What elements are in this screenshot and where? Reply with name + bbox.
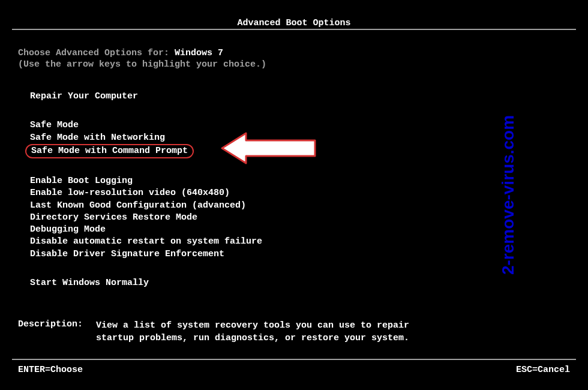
menu-item-low-res-video[interactable]: Enable low-resolution video (640x480) bbox=[30, 187, 230, 199]
menu-item-start-normally[interactable]: Start Windows Normally bbox=[30, 277, 149, 289]
bottom-divider bbox=[12, 359, 576, 360]
menu-item-disable-auto-restart[interactable]: Disable automatic restart on system fail… bbox=[30, 236, 262, 248]
menu-group-repair: Repair Your Computer bbox=[30, 91, 570, 103]
description-text: View a list of system recovery tools you… bbox=[96, 319, 426, 344]
watermark: 2-remove-virus.com bbox=[499, 115, 518, 275]
menu-group-advanced: Enable Boot Logging Enable low-resolutio… bbox=[30, 175, 570, 260]
description-label: Description: bbox=[18, 319, 96, 344]
menu-item-disable-driver-signature[interactable]: Disable Driver Signature Enforcement bbox=[30, 248, 224, 260]
page-title: Advanced Boot Options bbox=[0, 18, 588, 28]
windows-version: Windows 7 bbox=[175, 48, 223, 58]
esc-hint: ESC=Cancel bbox=[516, 365, 570, 375]
menu-item-directory-services[interactable]: Directory Services Restore Mode bbox=[30, 212, 197, 224]
menu-item-safe-mode[interactable]: Safe Mode bbox=[30, 119, 79, 131]
menu-group-safemode: Safe Mode Safe Mode with Networking Safe… bbox=[30, 119, 570, 158]
choose-prompt: Choose Advanced Options for: Windows 7 bbox=[18, 48, 570, 58]
title-divider bbox=[12, 29, 576, 30]
menu-item-last-known-good[interactable]: Last Known Good Configuration (advanced) bbox=[30, 200, 246, 212]
enter-hint: ENTER=Choose bbox=[18, 365, 83, 375]
description-block: Description: View a list of system recov… bbox=[18, 319, 570, 344]
menu-item-repair-computer[interactable]: Repair Your Computer bbox=[30, 91, 138, 103]
bottom-bar: ENTER=Choose ESC=Cancel bbox=[18, 365, 570, 375]
menu-item-safe-mode-command-prompt[interactable]: Safe Mode with Command Prompt bbox=[25, 144, 194, 158]
menu-item-boot-logging[interactable]: Enable Boot Logging bbox=[30, 175, 133, 187]
hint-text: (Use the arrow keys to highlight your ch… bbox=[18, 59, 570, 70]
menu-item-debugging-mode[interactable]: Debugging Mode bbox=[30, 224, 106, 236]
menu-group-start: Start Windows Normally bbox=[30, 277, 570, 289]
menu-item-safe-mode-networking[interactable]: Safe Mode with Networking bbox=[30, 132, 165, 144]
choose-prefix: Choose Advanced Options for: bbox=[18, 48, 175, 58]
